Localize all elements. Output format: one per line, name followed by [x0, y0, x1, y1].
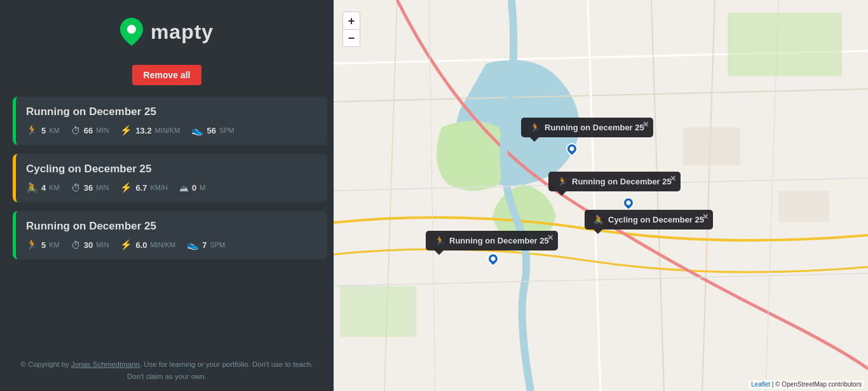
run-icon-3: 🏃: [26, 239, 38, 250]
map-area[interactable]: + − 🏃 Running on December 25 ✕ 🏃 Running…: [334, 0, 868, 391]
stat-elevation-2: ⛰ 0 M: [179, 182, 205, 193]
popup-icon-1: 🏃: [530, 123, 540, 132]
workout-title-1: Running on December 25: [26, 106, 316, 118]
popup-label-3: Cycling on December 25: [608, 215, 704, 224]
popup-icon-2: 🏃: [557, 177, 567, 186]
stat-distance-1: 🏃 5 KM: [26, 125, 60, 136]
popup-close-2[interactable]: ✕: [670, 174, 676, 183]
app-name: mapty: [151, 20, 214, 44]
svg-rect-15: [340, 286, 416, 337]
svg-point-0: [127, 25, 136, 34]
mountain-icon-2: ⛰: [179, 182, 189, 193]
map-popup-running-2: 🏃 Running on December 25 ✕: [548, 172, 681, 191]
popup-label-1: Running on December 25: [545, 123, 644, 132]
leaflet-link[interactable]: Leaflet: [751, 381, 770, 388]
stat-cadence-1: 👟 56 SPM: [191, 125, 234, 136]
popup-close-1[interactable]: ✕: [642, 120, 649, 129]
clock-icon-2: ⏱: [71, 182, 81, 193]
run-icon-1: 🏃: [26, 125, 38, 136]
svg-rect-16: [683, 127, 740, 165]
zoom-controls: + −: [342, 11, 360, 47]
svg-rect-14: [728, 13, 842, 76]
remove-all-button[interactable]: Remove all: [132, 65, 202, 85]
workout-stats-2: 🚴 4 KM ⏱ 36 MIN ⚡ 6.7 KM/H ⛰ 0 M: [26, 182, 316, 193]
workout-title-2: Cycling on December 25: [26, 163, 316, 175]
lightning-icon-3: ⚡: [120, 239, 132, 250]
popup-icon-3: 🚴: [593, 215, 604, 224]
stat-speed-2: ⚡ 6.7 KM/H: [120, 182, 168, 193]
stat-pace-3: ⚡ 6.0 MIN/KM: [120, 239, 175, 250]
lightning-icon-1: ⚡: [120, 125, 132, 136]
workout-stats-1: 🏃 5 KM ⏱ 66 MIN ⚡ 13.2 MIN/KM 👟 56: [26, 125, 316, 136]
copyright-text: © Copyright by Jonas Schmedtmann. Use fo…: [0, 352, 334, 391]
stat-duration-3: ⏱ 30 MIN: [71, 240, 109, 250]
workouts-list: Running on December 25 🏃 5 KM ⏱ 66 MIN ⚡…: [0, 97, 334, 352]
stat-distance-3: 🏃 5 KM: [26, 239, 60, 250]
stat-duration-2: ⏱ 36 MIN: [71, 182, 109, 193]
workout-stats-3: 🏃 5 KM ⏱ 30 MIN ⚡ 6.0 MIN/KM 👟 7 S: [26, 239, 316, 250]
map-attribution: Leaflet | © OpenStreetMap contributors: [749, 380, 864, 388]
clock-icon-1: ⏱: [71, 125, 81, 136]
popup-label-4: Running on December 25: [449, 236, 549, 245]
author-link[interactable]: Jonas Schmedtmann: [71, 360, 140, 368]
shoe-icon-1: 👟: [191, 125, 203, 136]
map-popup-cycling-1: 🚴 Cycling on December 25 ✕: [585, 210, 713, 230]
map-popup-running-1: 🏃 Running on December 25 ✕: [521, 118, 653, 137]
sidebar: mapty Remove all Running on December 25 …: [0, 0, 334, 391]
workout-card-running-2[interactable]: Running on December 25 🏃 5 KM ⏱ 30 MIN ⚡…: [13, 211, 327, 259]
shoe-icon-3: 👟: [187, 239, 199, 250]
workout-title-3: Running on December 25: [26, 220, 316, 233]
workout-card-cycling-1[interactable]: Cycling on December 25 🚴 4 KM ⏱ 36 MIN ⚡…: [13, 154, 327, 202]
popup-close-4[interactable]: ✕: [547, 233, 553, 242]
stat-distance-2: 🚴 4 KM: [26, 182, 60, 193]
zoom-in-button[interactable]: +: [342, 11, 360, 29]
logo-area: mapty: [120, 18, 214, 46]
workout-card-running-1[interactable]: Running on December 25 🏃 5 KM ⏱ 66 MIN ⚡…: [13, 97, 327, 145]
stat-cadence-3: 👟 7 SPM: [187, 239, 225, 250]
stat-pace-1: ⚡ 13.2 MIN/KM: [120, 125, 180, 136]
mapty-logo-icon: [120, 18, 143, 46]
clock-icon-3: ⏱: [71, 240, 81, 250]
osm-attribution: © OpenStreetMap contributors: [775, 381, 862, 388]
popup-icon-4: 🏃: [435, 236, 445, 245]
popup-label-2: Running on December 25: [572, 177, 672, 186]
cycle-icon-2: 🚴: [26, 182, 38, 193]
lightning-icon-2: ⚡: [120, 182, 132, 193]
popup-close-3[interactable]: ✕: [702, 212, 709, 221]
zoom-out-button[interactable]: −: [342, 29, 360, 47]
svg-rect-17: [778, 191, 829, 223]
map-background: [334, 0, 868, 391]
map-popup-running-3: 🏃 Running on December 25 ✕: [426, 231, 558, 250]
stat-duration-1: ⏱ 66 MIN: [71, 125, 109, 136]
